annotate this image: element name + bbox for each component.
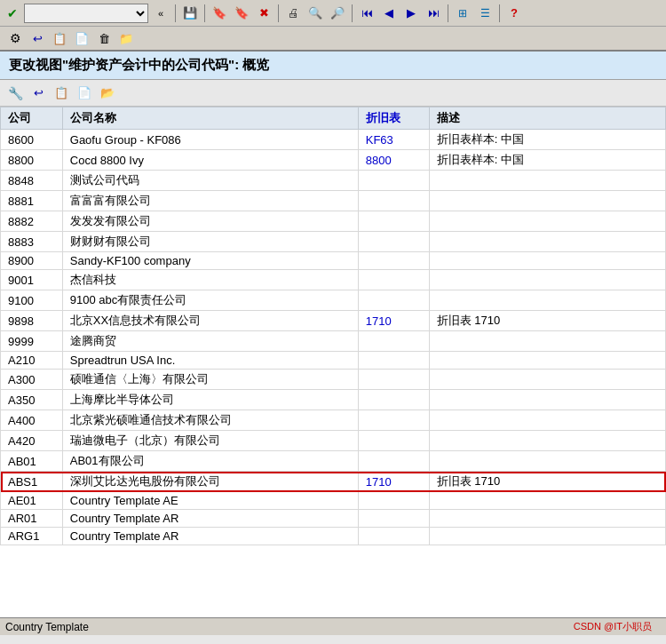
action-toolbar: 🔧 ↩ 📋 📄 📂 bbox=[0, 80, 666, 107]
cell-company: AE01 bbox=[1, 492, 63, 510]
table-row[interactable]: 91009100 abc有限责任公司 bbox=[1, 290, 666, 311]
cell-depr bbox=[358, 352, 429, 370]
table-row[interactable]: A420瑞迪微电子（北京）有限公司 bbox=[1, 431, 666, 451]
action-copy-icon[interactable]: 📄 bbox=[75, 83, 94, 103]
table-row[interactable]: A350上海摩比半导体公司 bbox=[1, 390, 666, 410]
cell-desc bbox=[429, 492, 665, 510]
cell-desc bbox=[429, 191, 665, 211]
table-row[interactable]: A210Spreadtrun USA Inc. bbox=[1, 352, 666, 370]
copy-icon[interactable]: 📄 bbox=[72, 28, 91, 48]
table-row[interactable]: A400北京紫光硕唯通信技术有限公司 bbox=[1, 410, 666, 431]
cell-company: AR01 bbox=[1, 510, 63, 528]
table-row[interactable]: 9898北京XX信息技术有限公司1710折旧表 1710 bbox=[1, 311, 666, 331]
cell-depr bbox=[358, 370, 429, 390]
delete-icon[interactable]: 🗑 bbox=[94, 28, 114, 48]
cell-desc bbox=[429, 410, 665, 431]
cell-company: 9001 bbox=[1, 270, 63, 290]
cell-name: 北京紫光硕唯通信技术有限公司 bbox=[62, 410, 358, 431]
settings-icon[interactable]: ⚙ bbox=[5, 28, 25, 48]
select-icon[interactable]: ☰ bbox=[475, 4, 495, 23]
cell-name: 杰信科技 bbox=[62, 270, 358, 290]
separator-2 bbox=[204, 4, 205, 22]
cell-name: Country Template AE bbox=[62, 492, 358, 510]
shortcut-icon-1[interactable]: 🔖 bbox=[210, 4, 229, 23]
nav-next-icon[interactable]: ▶ bbox=[401, 4, 421, 23]
table-row[interactable]: 8600Gaofu Group - KF086KF63折旧表样本: 中国 bbox=[1, 130, 666, 150]
cell-company: ABS1 bbox=[1, 472, 63, 492]
separator-1 bbox=[175, 4, 176, 22]
cell-desc: 折旧表 1710 bbox=[429, 472, 665, 492]
table-row[interactable]: ARG1Country Template AR bbox=[1, 528, 666, 545]
cell-name: 9100 abc有限责任公司 bbox=[62, 290, 358, 311]
shortcut-icon-3[interactable]: ✖ bbox=[254, 4, 274, 23]
rewind-button[interactable]: « bbox=[151, 4, 170, 23]
find-icon[interactable]: 🔍 bbox=[305, 4, 325, 23]
cell-depr bbox=[358, 171, 429, 191]
separator-5 bbox=[448, 4, 448, 22]
separator-4 bbox=[352, 4, 353, 22]
cell-desc bbox=[429, 352, 665, 370]
layout-icon[interactable]: ⊞ bbox=[453, 4, 472, 23]
cell-name: 富富富有限公司 bbox=[62, 191, 358, 211]
nav-prev-icon[interactable]: ◀ bbox=[379, 4, 399, 23]
cell-depr[interactable]: 8800 bbox=[358, 150, 429, 171]
table-container: 公司 公司名称 折旧表 描述 8600Gaofu Group - KF086KF… bbox=[0, 107, 666, 617]
cell-name: 硕唯通信〈上海〉有限公司 bbox=[62, 370, 358, 390]
move-icon[interactable]: 📁 bbox=[116, 28, 136, 48]
cell-depr bbox=[358, 211, 429, 232]
table-row[interactable]: 9999途腾商贸 bbox=[1, 331, 666, 352]
action-undo-icon[interactable]: ↩ bbox=[28, 83, 48, 103]
table-row[interactable]: 8848测试公司代码 bbox=[1, 171, 666, 191]
cell-depr bbox=[358, 528, 429, 545]
table-row[interactable]: AB01AB01有限公司 bbox=[1, 451, 666, 472]
page-title-bar: 更改视图"维护资产会计中的公司代码": 概览 bbox=[0, 52, 666, 80]
checkmark-icon[interactable]: ✔ bbox=[4, 4, 21, 22]
cell-depr bbox=[358, 331, 429, 352]
table-row[interactable]: AR01Country Template AR bbox=[1, 510, 666, 528]
cell-desc bbox=[429, 252, 665, 270]
shortcut-icon-2[interactable]: 🔖 bbox=[232, 4, 251, 23]
save-icon[interactable]: 💾 bbox=[180, 4, 200, 23]
table-row[interactable]: 8800Cocd 8800 Ivy8800折旧表样本: 中国 bbox=[1, 150, 666, 171]
cell-desc bbox=[429, 370, 665, 390]
cell-depr[interactable]: KF63 bbox=[358, 130, 429, 150]
cell-desc bbox=[429, 431, 665, 451]
status-text: Country Template bbox=[5, 621, 89, 633]
cell-depr[interactable]: 1710 bbox=[358, 311, 429, 331]
cell-company: 8600 bbox=[1, 130, 63, 150]
cell-name: Gaofu Group - KF086 bbox=[62, 130, 358, 150]
table-row[interactable]: 8883财财财有限公司 bbox=[1, 232, 666, 252]
cell-depr bbox=[358, 410, 429, 431]
main-table: 公司 公司名称 折旧表 描述 8600Gaofu Group - KF086KF… bbox=[0, 107, 666, 545]
table-row[interactable]: ABS1深圳艾比达光电股份有限公司1710折旧表 1710 bbox=[1, 472, 666, 492]
print-icon[interactable]: 🖨 bbox=[283, 4, 303, 23]
help-icon[interactable]: ? bbox=[504, 4, 524, 23]
action-extra-icon[interactable]: 📂 bbox=[98, 83, 117, 103]
cell-company: A400 bbox=[1, 410, 63, 431]
cell-name: 北京XX信息技术有限公司 bbox=[62, 311, 358, 331]
table-row[interactable]: 8900Sandy-KF100 company bbox=[1, 252, 666, 270]
nav-first-icon[interactable]: ⏮ bbox=[357, 4, 377, 23]
new-entries-icon[interactable]: 📋 bbox=[50, 28, 69, 48]
table-row[interactable]: 8882发发发有限公司 bbox=[1, 211, 666, 232]
cell-depr bbox=[358, 431, 429, 451]
top-toolbar: ✔ « 💾 🔖 🔖 ✖ 🖨 🔍 🔎 ⏮ ◀ ▶ ⏭ ⊞ ☰ ? bbox=[0, 0, 666, 27]
cell-company: 8883 bbox=[1, 232, 63, 252]
nav-select[interactable] bbox=[24, 4, 148, 23]
cell-desc bbox=[429, 232, 665, 252]
table-row[interactable]: 9001杰信科技 bbox=[1, 270, 666, 290]
action-new-icon[interactable]: 📋 bbox=[52, 83, 71, 103]
cell-company: 9898 bbox=[1, 311, 63, 331]
action-icon-1[interactable]: 🔧 bbox=[5, 83, 25, 103]
cell-desc: 折旧表 1710 bbox=[429, 311, 665, 331]
find-next-icon[interactable]: 🔎 bbox=[328, 4, 347, 23]
undo-icon[interactable]: ↩ bbox=[28, 28, 47, 48]
table-row[interactable]: A300硕唯通信〈上海〉有限公司 bbox=[1, 370, 666, 390]
cell-company: AB01 bbox=[1, 451, 63, 472]
nav-last-icon[interactable]: ⏭ bbox=[424, 4, 443, 23]
cell-desc bbox=[429, 211, 665, 232]
cell-depr[interactable]: 1710 bbox=[358, 472, 429, 492]
table-row[interactable]: 8881富富富有限公司 bbox=[1, 191, 666, 211]
table-row[interactable]: AE01Country Template AE bbox=[1, 492, 666, 510]
cell-company: A210 bbox=[1, 352, 63, 370]
